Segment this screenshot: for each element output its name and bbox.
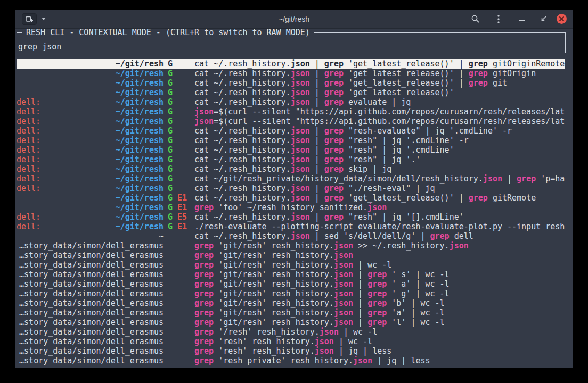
flags [164, 318, 194, 327]
history-row[interactable]: dell:~/git/reshG E1./resh-evaluate --plo… [17, 222, 565, 231]
directory-label: …story_data/simon/dell_erasmus [17, 327, 164, 337]
minimize-button[interactable] [516, 13, 528, 25]
host-label: dell: [17, 116, 40, 126]
query-match: json [315, 346, 334, 356]
history-row[interactable]: dell:~/git/reshGcat ~/.resh_history.json… [17, 136, 565, 145]
directory-label: ~/git/resh [40, 222, 164, 231]
flags [164, 327, 194, 337]
directory-label: ~/git/resh [17, 69, 164, 78]
query-match: json [291, 59, 310, 69]
flags: G [164, 164, 194, 174]
directory-label: ~/git/resh [40, 145, 164, 155]
directory-label: …story_data/simon/dell_erasmus [17, 337, 164, 346]
query-match: json [353, 356, 372, 365]
query-match: grep [194, 260, 214, 270]
history-row[interactable]: …story_data/simon/dell_erasmusgrep 'git/… [17, 318, 565, 327]
command-text: grep 'git/resh' resh_history.json | grep… [194, 289, 565, 298]
history-row[interactable]: …story_data/simon/dell_erasmusgrep 'git/… [17, 260, 565, 270]
directory-label: ~/git/resh [17, 59, 164, 69]
history-row[interactable]: ~/git/reshG E1cat ~/.resh_history.json |… [17, 193, 565, 203]
flags [164, 289, 194, 298]
directory-label: …story_data/simon/dell_erasmus [17, 289, 164, 298]
close-button[interactable] [557, 14, 567, 24]
query-match: grep [368, 279, 387, 289]
query-match: grep [324, 59, 344, 69]
query-match: grep [324, 145, 344, 155]
history-row[interactable]: dell:~/git/reshGjson=$(curl --silent "ht… [17, 107, 565, 116]
flags: G E1 [164, 193, 194, 203]
command-text: cat ~/.resh_history.json | grep "resh-ev… [194, 126, 565, 136]
restore-button[interactable] [537, 13, 549, 25]
new-terminal-button[interactable] [22, 13, 37, 25]
exit-code-flag: E1 [177, 193, 187, 203]
query-match: json [291, 126, 310, 136]
titlebar[interactable]: ~/git/resh [15, 10, 573, 29]
query-match: json [450, 241, 469, 251]
history-row[interactable]: ~/git/reshGcat ~/.resh_history.json | gr… [17, 69, 565, 78]
terminal-content[interactable]: RESH CLI - CONTEXTUAL MODE - (CTRL+R to … [15, 29, 573, 368]
query-match: json [315, 337, 334, 346]
host-label: dell: [17, 155, 40, 164]
query-match: grep [194, 327, 214, 337]
history-row[interactable]: dell:~/git/reshGcat ~/.resh_history.json… [17, 164, 565, 174]
query-match: grep [469, 78, 488, 88]
query-match: json [334, 260, 353, 270]
command-text: grep 'git/resh' resh_history.json | grep… [194, 308, 565, 318]
query-match: grep [194, 318, 214, 327]
history-row[interactable]: ~cat ~/.resh_history.json | sed 's/dell/… [17, 231, 565, 241]
history-row[interactable]: ~/git/reshG E1grep 'foo' ~/resh_history_… [17, 203, 565, 212]
directory-label: ~/git/resh [40, 116, 164, 126]
host-label: dell: [17, 107, 40, 116]
history-row[interactable]: …story_data/simon/dell_erasmusgrep 'resh… [17, 346, 565, 356]
query-match: json [291, 193, 310, 203]
history-row[interactable]: …story_data/simon/dell_erasmusgrep 'resh… [17, 337, 565, 346]
history-row[interactable]: ~/git/reshGcat ~/.resh_history.json | gr… [17, 88, 565, 97]
search-query-input[interactable]: grep json [18, 42, 61, 52]
history-row-selected[interactable]: ~/git/reshGcat ~/.resh_history.json | gr… [17, 59, 565, 69]
command-text: cat ~/.resh_history.json | grep skip | j… [194, 164, 565, 174]
history-row[interactable]: …story_data/simon/dell_erasmusgrep '/res… [17, 327, 565, 337]
history-row[interactable]: dell:~/git/reshGcat ~/.resh_history.json… [17, 155, 565, 164]
history-row[interactable]: …story_data/simon/dell_erasmusgrep 'git/… [17, 241, 565, 251]
query-match: json [334, 298, 353, 308]
command-text: cat ~/.resh_history.json | grep "resh" |… [194, 145, 565, 155]
git-flag: G [168, 69, 173, 78]
history-row[interactable]: dell:~/git/reshGcat ~/.resh_history.json… [17, 97, 565, 107]
query-match: grep [194, 279, 214, 289]
search-button[interactable] [469, 13, 481, 25]
history-row[interactable]: …story_data/simon/dell_erasmusgrep 'git/… [17, 298, 565, 308]
history-row[interactable]: …story_data/simon/dell_erasmusgrep 'git/… [17, 251, 565, 260]
history-row[interactable]: dell:~/git/reshGcat ~/.resh_history.json… [17, 184, 565, 193]
menu-button[interactable] [493, 13, 504, 25]
host-label: dell: [17, 184, 40, 193]
dropdown-caret-icon[interactable] [42, 18, 46, 20]
history-row[interactable]: …story_data/simon/dell_erasmusgrep 'git/… [17, 289, 565, 298]
history-row[interactable]: …story_data/simon/dell_erasmusgrep 'git/… [17, 279, 565, 289]
command-text: ./resh-evaluate --plotting-script evalua… [194, 222, 565, 231]
query-match: json [291, 69, 310, 78]
flags [164, 346, 194, 356]
query-match: grep [517, 174, 536, 184]
history-row[interactable]: …story_data/simon/dell_erasmusgrep 'git/… [17, 308, 565, 318]
history-row[interactable]: ~/git/reshGcat ~/.resh_history.json | gr… [17, 78, 565, 88]
query-match: json [320, 327, 339, 337]
history-row[interactable]: dell:~/git/reshGcat ~/git/resh_private/h… [17, 174, 565, 184]
query-match: grep [368, 289, 387, 298]
flags: G E5 [164, 212, 194, 222]
query-match: json [291, 212, 310, 222]
query-match: json [483, 174, 502, 184]
history-row[interactable]: dell:~/git/reshGcat ~/.resh_history.json… [17, 145, 565, 155]
command-text: cat ~/.resh_history.json | grep 'get_lat… [194, 193, 565, 203]
history-row[interactable]: …story_data/simon/dell_erasmusgrep 'git/… [17, 270, 565, 279]
query-match: json [291, 231, 310, 241]
history-row[interactable]: dell:~/git/reshGjson=$(curl --silent "ht… [17, 116, 565, 126]
command-text: cat ~/.resh_history.json | grep "resh" |… [194, 136, 565, 145]
history-row[interactable]: dell:~/git/reshGcat ~/.resh_history.json… [17, 126, 565, 136]
directory-label: …story_data/simon/dell_erasmus [17, 270, 164, 279]
directory-label: ~/git/resh [17, 203, 164, 212]
history-list: ~/git/reshGcat ~/.resh_history.json | gr… [17, 59, 573, 365]
command-text: json=$(curl --silent "https://api.github… [194, 107, 565, 116]
host-label: dell: [17, 174, 40, 184]
history-row[interactable]: …story_data/simon/dell_erasmusgrep 'resh… [17, 356, 565, 365]
history-row[interactable]: dell:~/git/reshG E5cat ~/.resh_history.j… [17, 212, 565, 222]
